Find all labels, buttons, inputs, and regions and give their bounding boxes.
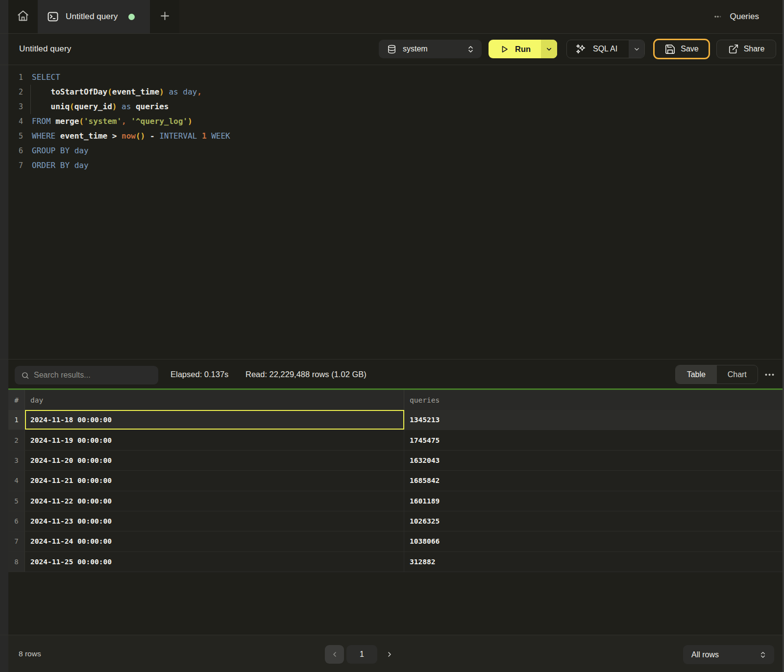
separator [0,635,784,635]
chevrons-up-down-icon [466,45,475,54]
table-body: 12024-11-18 00:00:00134521322024-11-19 0… [8,410,784,572]
read-stat: Read: 22,229,488 rows (1.02 GB) [245,360,367,389]
database-icon [387,44,396,54]
sql-ai-button[interactable]: SQL AI [567,40,629,58]
play-icon [500,45,509,54]
page-size-value: All rows [691,650,759,659]
external-link-icon [728,44,739,54]
cell-queries[interactable]: 1632043 [404,451,784,470]
run-button-group: Run [489,40,557,58]
table-header: # day queries [8,390,784,410]
cell-queries[interactable]: 1345213 [404,410,784,430]
code-text: FROM merge('system', '^query_log') [32,114,193,129]
tab-chart-view[interactable]: Chart [717,365,758,384]
tab-untitled-query[interactable]: Untitled query [38,0,150,33]
home-button[interactable] [8,0,38,33]
line-number: 1 [8,70,23,85]
row-index: 4 [8,471,25,490]
code-line: 5WHERE event_time > now() - INTERVAL 1 W… [8,129,784,144]
share-label: Share [744,45,765,53]
page-size-select[interactable]: All rows [683,645,774,664]
table-row: 32024-11-20 00:00:001632043 [8,451,784,471]
table-empty-area [8,572,784,635]
code-line: 3 uniq(query_id) as queries [8,99,784,114]
page-title: Untitled query [19,33,71,65]
separator [0,65,784,65]
table-row: 82024-11-25 00:00:00312882 [8,552,784,572]
cell-queries[interactable]: 312882 [404,552,784,572]
cell-queries[interactable]: 1601189 [404,491,784,511]
column-header-index[interactable]: # [8,390,25,410]
cell-day[interactable]: 2024-11-23 00:00:00 [25,511,404,531]
table-row: 52024-11-22 00:00:001601189 [8,491,784,511]
table-row: 12024-11-18 00:00:001345213 [8,410,784,430]
run-options-button[interactable] [541,40,557,58]
chevron-right-icon [386,650,393,658]
row-count: 8 rows [19,635,41,672]
queries-panel-toggle[interactable]: Queries [730,12,759,22]
prev-page-button[interactable] [325,645,344,664]
sql-ai-label: SQL AI [593,45,617,53]
cell-queries[interactable]: 1038066 [404,531,784,551]
new-tab-button[interactable] [150,0,179,33]
tab-table-view[interactable]: Table [676,365,717,384]
sparkles-icon [575,43,587,55]
code-line: 2 toStartOfDay(event_time) as day, [8,85,784,99]
table-row: 22024-11-19 00:00:001745475 [8,430,784,450]
home-icon [17,9,29,24]
run-button[interactable]: Run [489,40,541,58]
share-button[interactable]: Share [716,40,776,58]
line-number: 5 [8,129,23,144]
save-button[interactable]: Save [653,39,710,59]
line-number: 6 [8,144,23,158]
row-index: 2 [8,430,25,450]
elapsed-stat: Elapsed: 0.137s [171,360,228,389]
code-line: 7ORDER BY day [8,158,784,173]
row-index: 6 [8,511,25,531]
results-progress-bar [8,388,784,390]
column-header-day[interactable]: day [25,390,404,410]
page-number-button[interactable]: 1 [346,645,377,664]
sql-editor[interactable]: 1SELECT2 toStartOfDay(event_time) as day… [8,65,784,359]
table-row: 62024-11-23 00:00:001026325 [8,511,784,531]
run-label: Run [515,45,531,54]
next-page-button[interactable] [382,645,397,664]
terminal-icon [47,11,59,22]
row-index: 8 [8,552,25,572]
collapsed-sidebar [0,0,8,672]
cell-day-selected[interactable]: 2024-11-18 00:00:00 [25,410,404,430]
code-line: 1SELECT [8,70,784,85]
code-text: WHERE event_time > now() - INTERVAL 1 WE… [32,129,230,144]
search-results-box [15,366,158,384]
save-label: Save [681,45,698,53]
sql-ai-options-button[interactable] [629,40,644,58]
ellipsis-icon[interactable] [712,13,723,20]
cell-day[interactable]: 2024-11-21 00:00:00 [25,471,404,490]
cell-day[interactable]: 2024-11-19 00:00:00 [25,430,404,450]
table-row: 42024-11-21 00:00:001685842 [8,471,784,491]
ellipsis-icon [765,373,774,376]
results-more-button[interactable] [760,365,778,384]
indent-guide [30,85,31,114]
code-text: toStartOfDay(event_time) as day, [32,85,202,99]
cell-day[interactable]: 2024-11-24 00:00:00 [25,531,404,551]
line-number: 2 [8,85,23,99]
row-index: 1 [8,410,25,430]
cell-queries[interactable]: 1745475 [404,430,784,450]
database-select[interactable]: system [379,40,482,58]
cell-queries[interactable]: 1685842 [404,471,784,490]
cell-queries[interactable]: 1026325 [404,511,784,531]
column-header-queries[interactable]: queries [404,390,784,410]
code-text: GROUP BY day [32,144,89,158]
chevrons-up-down-icon [759,650,767,659]
sql-ai-button-group: SQL AI [566,40,645,58]
database-value: system [403,45,466,53]
search-results-input[interactable] [34,371,147,380]
row-index: 7 [8,531,25,551]
cell-day[interactable]: 2024-11-22 00:00:00 [25,491,404,511]
cell-day[interactable]: 2024-11-25 00:00:00 [25,552,404,572]
cell-day[interactable]: 2024-11-20 00:00:00 [25,451,404,470]
view-toggle: Table Chart [675,365,758,384]
separator [0,359,784,360]
code-line: 4FROM merge('system', '^query_log') [8,114,784,129]
